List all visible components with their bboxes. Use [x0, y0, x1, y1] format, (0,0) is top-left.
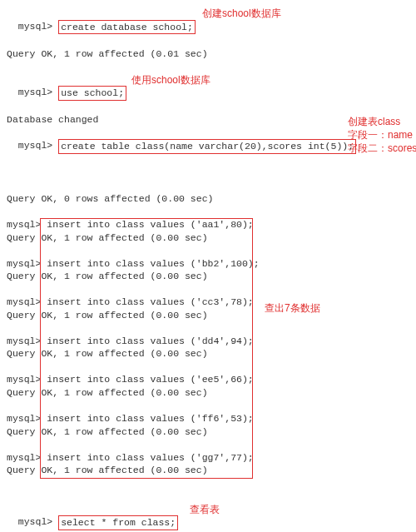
ann-field2: 字段二：scores: [348, 142, 416, 155]
line-use-db: mysql> use school; 使用school数据库: [7, 73, 416, 114]
prompt: mysql>: [18, 21, 52, 32]
prompt: mysql>: [18, 516, 52, 527]
cmd-insert: insert into class values ('bb2',100);: [47, 258, 259, 269]
ann-view-table: 查看表: [190, 503, 220, 516]
cmd-create-db: create database school;: [58, 20, 196, 35]
ann-create-db: 创建school数据库: [202, 7, 281, 20]
cmd-insert: insert into class values ('ff6',53);: [47, 413, 253, 424]
cmd-create-table: create table class(name varchar(20),scor…: [58, 139, 356, 154]
ann-use-db: 使用school数据库: [131, 73, 210, 87]
cmd-insert: insert into class values ('aa1',80);: [47, 219, 253, 230]
line-create-db: mysql> create database school; 创建school数…: [7, 7, 416, 47]
ann-create-table: 创建表class: [348, 115, 400, 128]
prompt: mysql>: [18, 140, 52, 151]
cmd-insert: insert into class values ('ee5',66);: [47, 374, 253, 385]
cmd-insert: insert into class values ('cc3',78);: [47, 296, 253, 307]
resp-ok: Query OK, 0 rows affected (0.00 sec): [7, 192, 416, 206]
inserts-block: 查出7条数据 mysql> insert into class values (…: [7, 218, 416, 476]
line-select: mysql> select * from class; 查看表: [7, 503, 416, 532]
cmd-select: select * from class;: [58, 515, 178, 530]
prompt: mysql>: [18, 87, 52, 97]
ann-field1: 字段一：name: [348, 128, 413, 142]
ann-insert7: 查出7条数据: [265, 301, 320, 315]
resp-ok: Query OK, 1 row affected (0.01 sec): [7, 47, 416, 61]
cmd-insert: insert into class values ('gg7',77);: [47, 452, 253, 463]
cmd-insert: insert into class values ('dd4',94);: [47, 336, 253, 346]
cmd-use-db: use school;: [58, 86, 126, 101]
line-create-table: mysql> create table class(name varchar(2…: [7, 127, 416, 193]
